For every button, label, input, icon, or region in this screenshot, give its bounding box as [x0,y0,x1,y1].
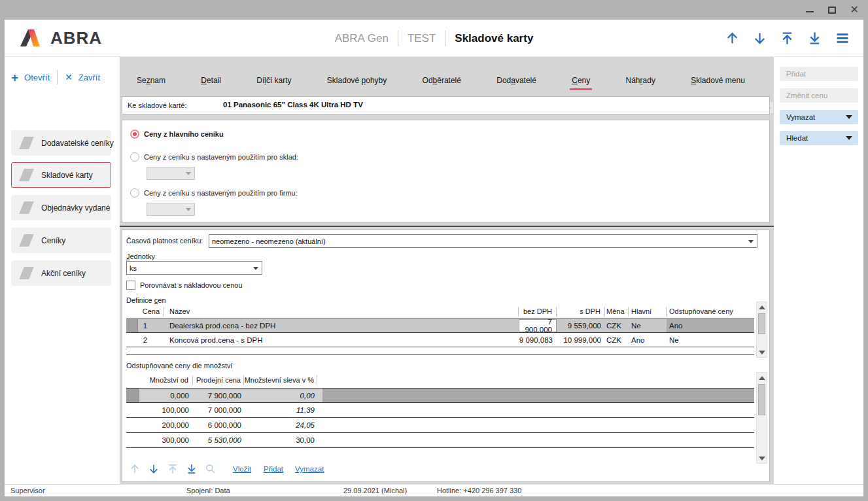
tab-skladove-pohyby[interactable]: Skladové pohyby [327,76,387,85]
title-separator [445,31,445,46]
tab-skladove-menu[interactable]: Skladové menu [691,76,745,85]
sidebar-item-ceniky[interactable]: Ceníky [11,228,111,253]
price-definitions-header: Cena Název bez DPH s DPH Měna Hlavní Ods… [126,305,754,319]
prices-panel: Časová platnost ceníku: neomezeno - neom… [122,230,770,482]
move-last-icon[interactable] [186,463,198,475]
delete-button[interactable]: Vymazat [780,110,858,124]
tab-dilci-karty[interactable]: Dílčí karty [256,76,291,85]
sidebar-item-label: Objednávky vydané [41,203,110,213]
price-definitions-scrollbar[interactable] [756,302,767,358]
units-label: Jednotky [126,252,155,260]
card-header-label: Ke skladové kartě: [128,101,187,109]
right-action-panel: Přidat Změnit cenu Vymazat Hledat [774,57,863,484]
change-price-button[interactable]: Změnit cenu [780,88,858,103]
table-row[interactable]: 2 Koncová prod.cena - s DPH 9 090,083 10… [126,333,754,347]
radio-selected-icon[interactable] [130,130,139,139]
minimize-icon[interactable] [806,11,814,12]
insert-link[interactable]: Vložit [233,465,251,473]
next-record-icon[interactable] [752,31,767,46]
sidebar-actions: + Otevřít ✕ Zavřít [11,70,100,84]
card-header-value: 01 Panasonic 65" Class 4K Ultra HD TV [223,101,363,109]
validity-label: Časová platnost ceníku: [126,237,203,245]
tiered-prices-label: Odstupňované ceny dle množství [126,362,233,370]
tab-odberatele[interactable]: Odběratelé [423,76,461,85]
warehouse-select[interactable] [147,167,195,180]
search-button[interactable]: Hledat [780,131,858,145]
tab-ceny[interactable]: Ceny [572,76,590,85]
status-connection: Spojení: Data [186,487,230,494]
app-header: ABRA ABRA Gen TEST Skladové karty [5,20,863,57]
compare-cost-checkbox[interactable] [126,281,135,290]
scrollbar-thumb[interactable] [758,384,765,415]
scroll-up-icon[interactable] [757,302,767,312]
units-select[interactable]: ks [126,261,262,275]
tab-detail[interactable]: Detail [201,76,221,85]
radio-unselected-icon[interactable] [130,152,139,162]
menu-icon[interactable] [835,31,850,46]
open-button[interactable]: Otevřít [24,73,50,82]
add-link[interactable]: Přidat [264,465,283,473]
maximize-icon[interactable] [828,7,836,14]
chevron-down-icon [846,115,852,119]
sidebar-item-label: Ceníky [41,236,65,245]
record-navigation [725,20,850,57]
tab-nahrady[interactable]: Náhrady [626,76,655,85]
move-up-icon[interactable] [129,463,141,475]
sidebar-item-akcni-ceniky[interactable]: Akční ceníky [11,260,111,286]
close-button[interactable]: Zavřít [78,73,100,82]
radio-warehouse-pricelist[interactable]: Ceny z ceníku s nastaveným použitím pro … [130,152,298,162]
sidebar-item-dodavatelske-ceniky[interactable]: Dodavatelské ceníky [11,130,111,156]
table-row[interactable]: 200,000 6 000,000 24,05 [126,418,754,433]
sidebar-item-label: Akční ceníky [41,269,86,278]
active-tab-indicator [570,88,592,90]
scroll-up-icon[interactable] [757,373,767,383]
tab-dodavatele[interactable]: Dodavatelé [496,76,536,85]
tiered-prices-scrollbar[interactable] [756,372,767,464]
radio-unselected-icon[interactable] [130,188,139,198]
radio-main-pricelist[interactable]: Ceny z hlavního ceníku [130,130,224,139]
sidebar-item-skladove-karty[interactable]: Skladové karty [11,162,111,188]
firm-select[interactable] [147,203,195,216]
scroll-down-icon[interactable] [757,453,767,463]
row-indicator [126,319,138,332]
sidebar-item-objednavky-vydane[interactable]: Objednávky vydané [11,195,111,220]
add-button[interactable]: Přidat [780,67,858,81]
main-content: Seznam Detail Dílčí karty Skladové pohyb… [120,57,774,484]
row-indicator [126,389,139,402]
sidebar-item-label: Dodavatelské ceníky [41,139,114,148]
chevron-down-icon [748,240,754,243]
status-date: 29.09.2021 (Michal) [343,487,407,494]
price-source-panel: Ceny z hlavního ceníku Ceny z ceníku s n… [122,120,770,223]
chevron-down-icon [186,172,191,175]
validity-select[interactable]: neomezeno - neomezeno (aktuální) [209,234,757,248]
table-end-line [126,354,754,355]
compare-cost-label: Porovnávat s nákladovou cenou [140,281,243,289]
move-down-icon[interactable] [148,463,160,475]
app-name: ABRA Gen [335,32,389,45]
first-record-icon[interactable] [780,31,795,46]
tab-bar: Seznam Detail Dílčí karty Skladové pohyb… [120,65,774,95]
status-hotline: Hotline: +420 296 397 330 [437,487,521,494]
close-icon[interactable]: ✕ [850,5,859,15]
app-body: ABRA ABRA Gen TEST Skladové karty [5,20,863,496]
table-row[interactable]: 300,000 5 530,000 30,00 [126,433,754,448]
last-record-icon[interactable] [807,31,822,46]
environment-name: TEST [408,32,436,45]
scrollbar-thumb[interactable] [758,313,765,334]
panel-divider [120,226,774,227]
radio-firm-pricelist[interactable]: Ceny z ceníku s nastaveným použitím pro … [130,188,298,198]
left-sidebar: + Otevřít ✕ Zavřít Dodavatelské ceníky S… [5,57,120,484]
prev-record-icon[interactable] [725,31,740,46]
chevron-down-icon [186,208,191,211]
price-edit-cell[interactable]: 7 900,000 [519,319,557,332]
search-icon[interactable] [205,463,217,475]
scroll-down-icon[interactable] [757,347,767,357]
move-first-icon[interactable] [167,463,179,475]
table-row[interactable]: 0,000 7 900,000 0,00 [126,388,754,403]
chevron-down-icon [253,267,258,270]
table-row[interactable]: 1 Dealerská prod.cena - bez DPH 7 900,00… [126,319,754,333]
delete-link[interactable]: Vymazat [295,465,324,473]
module-icon [19,234,34,247]
table-row[interactable]: 100,000 7 000,000 11,39 [126,403,754,418]
tab-seznam[interactable]: Seznam [137,76,165,85]
